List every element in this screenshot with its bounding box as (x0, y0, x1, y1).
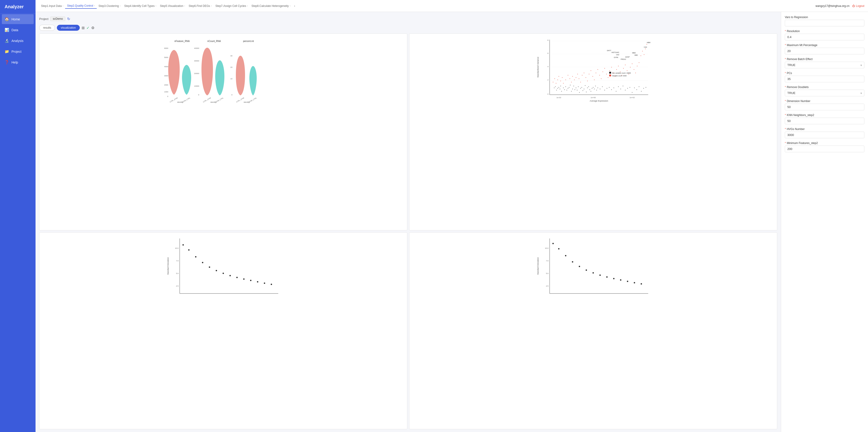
svg-point-203 (552, 243, 554, 244)
pca-scree-right-chart-box: Standard Deviation 10.0 7.5 5.0 2.5 (409, 232, 777, 429)
svg-text:1000: 1000 (164, 91, 168, 93)
svg-point-183 (188, 249, 190, 251)
svg-point-61 (574, 86, 574, 87)
svg-point-193 (257, 281, 258, 282)
svg-point-102 (643, 88, 644, 89)
sidebar-item-analysis[interactable]: 🔬 Analysis (0, 35, 35, 46)
svg-text:10000: 10000 (194, 85, 199, 87)
pca-scree-left-chart: Standard Deviation 10.0 7.5 5.0 2.5 (39, 233, 407, 429)
visualization-tab[interactable]: visualization (57, 25, 80, 31)
svg-point-87 (609, 87, 610, 88)
step8-nav[interactable]: Step8.Calculate Heterogeneity › (250, 3, 292, 8)
svg-point-116 (572, 76, 573, 77)
min-features-input[interactable] (785, 146, 864, 152)
chevron-icon: › (247, 5, 248, 7)
svg-point-204 (558, 248, 559, 249)
sidebar-item-help-label: Help (11, 61, 18, 64)
pcs-input[interactable] (785, 76, 864, 82)
svg-point-99 (637, 89, 637, 90)
svg-point-210 (599, 275, 601, 276)
svg-point-55 (567, 90, 567, 91)
pca-scree-right-chart: Standard Deviation 10.0 7.5 5.0 2.5 (409, 233, 777, 429)
sidebar-item-data[interactable]: 📊 Data (0, 25, 35, 35)
svg-point-74 (588, 87, 589, 87)
sidebar-item-project-label: Project (11, 50, 22, 54)
non-variable-points (554, 85, 646, 93)
sidebar-item-help[interactable]: ❓ Help (0, 57, 35, 68)
svg-text:5.0: 5.0 (176, 272, 179, 275)
right-panel: Vars to Regression * Resolution * Maximu… (781, 12, 868, 432)
step2-nav[interactable]: Step2.Quality Control › (65, 3, 96, 9)
remove-batch-effect-select[interactable]: TRUE FALSE (785, 62, 864, 68)
check-icon[interactable]: ✓ (86, 26, 89, 30)
svg-point-125 (587, 81, 588, 82)
svg-point-78 (593, 87, 594, 88)
max-mt-percentage-input[interactable] (785, 48, 864, 54)
svg-point-72 (586, 92, 587, 92)
svg-point-115 (571, 82, 572, 83)
step6-nav[interactable]: Step6.Find DEGs › (187, 3, 214, 8)
svg-text:Standardized Variance: Standardized Variance (537, 57, 539, 78)
table-view-icon[interactable]: ⊞ (82, 26, 85, 30)
resolution-input[interactable] (785, 34, 864, 40)
svg-point-52 (563, 88, 564, 88)
step4-nav[interactable]: Step4.Identify Cell Types › (122, 3, 158, 8)
svg-text:2.5: 2.5 (176, 285, 179, 287)
resolution-label: * Resolution (785, 30, 864, 33)
svg-point-190 (236, 277, 238, 278)
step3-nav[interactable]: Step3.Clustering › (97, 3, 122, 8)
min-features-label: * Minimum Features_step2 (785, 142, 864, 145)
svg-point-154 (637, 66, 638, 66)
svg-text:1e-02: 1e-02 (557, 96, 561, 99)
pcs-section: * PCs (785, 71, 864, 82)
svg-point-192 (250, 280, 251, 281)
svg-point-94 (625, 90, 626, 91)
dimension-number-input[interactable] (785, 104, 864, 110)
step1-nav[interactable]: Step1.Input Data › (39, 3, 65, 8)
topbar: Step1.Input Data › Step2.Quality Control… (35, 0, 868, 12)
chevron-icon: › (63, 5, 63, 7)
sidebar-item-home[interactable]: 🏠 Home (2, 14, 34, 24)
svg-point-73 (587, 88, 588, 88)
knn-neighbors-section: * KNN Neighbors_step2 (785, 114, 864, 124)
hvgs-number-input[interactable] (785, 132, 864, 138)
svg-point-67 (580, 88, 581, 89)
topbar-user: wangzy17@tsinghua.org.cn ⏻ Logout (815, 4, 864, 7)
svg-text:CA3: CA3 (644, 46, 647, 48)
content-area: Project scDemo ↻ results visualization ⊞… (35, 12, 868, 432)
svg-point-155 (639, 62, 640, 63)
knn-neighbors-input[interactable] (785, 118, 864, 124)
chevron-icon: › (120, 5, 121, 7)
vars-to-regression-input[interactable] (785, 20, 864, 26)
svg-point-54 (565, 87, 566, 87)
svg-point-212 (613, 278, 615, 279)
step-more-nav[interactable]: › (292, 3, 297, 8)
svg-text:2.5: 2.5 (546, 285, 549, 287)
svg-text:STIM_CTRL: STIM_CTRL (215, 97, 224, 103)
svg-point-120 (579, 79, 580, 79)
results-tab[interactable]: results (39, 25, 55, 31)
user-email: wangzy17@tsinghua.org.cn (815, 4, 849, 7)
svg-point-128 (592, 76, 593, 77)
refresh-icon[interactable]: ↻ (67, 17, 70, 21)
svg-text:1e+02: 1e+02 (630, 96, 635, 99)
step5-nav[interactable]: Step5.Visualization › (158, 3, 187, 8)
step7-nav[interactable]: Step7.Assign Cell Cycles › (214, 3, 250, 8)
svg-point-80 (595, 86, 596, 87)
remove-doublets-label: * Remove Doublets (785, 86, 864, 89)
logout-button[interactable]: ⏻ Logout (852, 4, 864, 7)
remove-doublets-select[interactable]: TRUE FALSE (785, 90, 864, 96)
svg-text:AHSP: AHSP (625, 56, 630, 58)
svg-point-56 (568, 88, 568, 89)
svg-point-158 (644, 54, 645, 55)
svg-point-133 (601, 79, 602, 79)
svg-text:7.5: 7.5 (176, 260, 179, 262)
svg-text:2000: 2000 (164, 84, 168, 86)
settings-icon[interactable]: ⚙ (91, 26, 94, 30)
sidebar-item-project[interactable]: 📁 Project (0, 46, 35, 57)
svg-point-151 (632, 63, 632, 64)
remove-batch-effect-label: * Remove Batch Effect (785, 58, 864, 61)
svg-text:Average Expression: Average Expression (590, 100, 608, 102)
svg-point-62 (575, 89, 575, 90)
svg-point-134 (602, 71, 603, 72)
